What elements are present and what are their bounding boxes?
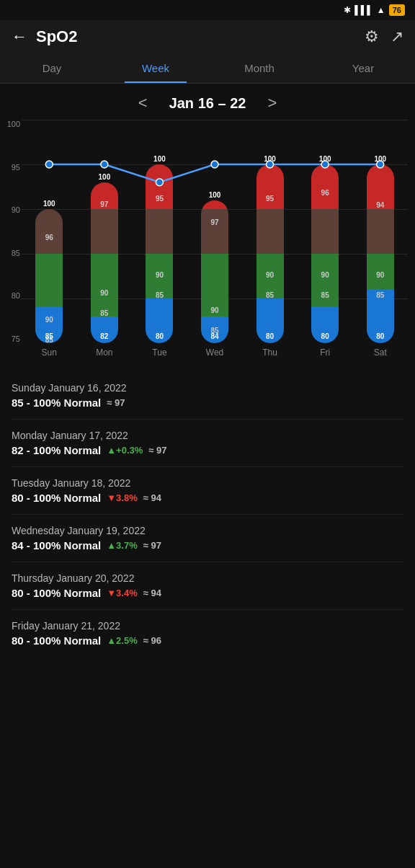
bar-col-wed: 10097908584 — [187, 191, 243, 343]
bar-col-thu: 10095908580 — [242, 155, 298, 343]
daily-avg: ≈ 97 — [143, 540, 161, 551]
daily-stats: 80 - 100% Normal▲2.5%≈ 96 — [12, 634, 403, 647]
chart-nav: < Jan 16 – 22 > — [0, 91, 415, 120]
daily-date: Monday January 17, 2022 — [12, 430, 403, 441]
page-title: SpO2 — [36, 27, 356, 46]
daily-entry: Thursday January 20, 202280 - 100% Norma… — [12, 562, 403, 610]
app-header: ← SpO2 ⚙ ↗ — [0, 20, 415, 53]
daily-range: 80 - 100% Normal — [12, 634, 101, 647]
x-axis-label: Thu — [242, 347, 298, 358]
daily-change: ▲2.5% — [107, 635, 138, 646]
daily-range: 84 - 100% Normal — [12, 539, 101, 552]
chart-range-title: Jan 16 – 22 — [169, 95, 246, 112]
bar-capsule — [35, 209, 63, 343]
daily-date: Friday January 21, 2022 — [12, 620, 403, 632]
daily-stats: 85 - 100% Normal≈ 97 — [12, 397, 403, 409]
daily-avg: ≈ 94 — [143, 492, 161, 503]
x-axis-label: Sat — [352, 347, 408, 358]
tab-day[interactable]: Day — [0, 53, 104, 83]
bar-col-mon: 10097908582 — [77, 173, 133, 343]
x-axis-label: Sun — [22, 347, 77, 358]
daily-avg: ≈ 97 — [148, 445, 166, 456]
status-icons: ✱ ▌▌▌ ▲ 76 — [344, 4, 405, 16]
daily-stats: 84 - 100% Normal▲3.7%≈ 97 — [12, 539, 403, 552]
daily-avg: ≈ 97 — [107, 397, 125, 408]
bluetooth-icon: ✱ — [344, 5, 351, 15]
bar-top-label: 100 — [374, 155, 386, 163]
daily-stats: 82 - 100% Normal▲+0.3%≈ 97 — [12, 444, 403, 456]
daily-entry: Monday January 17, 202282 - 100% Normal▲… — [12, 420, 403, 467]
daily-date: Tuesday January 18, 2022 — [12, 477, 403, 489]
back-button[interactable]: ← — [12, 27, 27, 46]
bar-col-fri: 10096908580 — [298, 155, 353, 343]
settings-button[interactable]: ⚙ — [365, 27, 379, 46]
bar-capsule — [256, 164, 284, 343]
daily-list: Sunday January 16, 202285 - 100% Normal≈… — [0, 365, 415, 671]
daily-stats: 80 - 100% Normal▼3.4%≈ 94 — [12, 587, 403, 599]
bar-capsule — [201, 200, 228, 343]
bar-col-sat: 10094908580 — [352, 155, 408, 343]
status-bar: ✱ ▌▌▌ ▲ 76 — [0, 0, 415, 20]
wifi-icon: ▲ — [377, 5, 385, 15]
daily-change: ▲3.7% — [107, 540, 138, 551]
tab-year[interactable]: Year — [311, 53, 415, 83]
x-axis-label: Mon — [77, 347, 133, 358]
x-axis: SunMonTueWedThuFriSat — [22, 345, 415, 358]
tab-month[interactable]: Month — [208, 53, 311, 83]
battery-indicator: 76 — [389, 4, 405, 16]
chart-prev-button[interactable]: < — [131, 94, 155, 112]
bar-col-sun: 10096908585 — [22, 200, 77, 343]
bar-top-label: 100 — [99, 173, 111, 181]
daily-avg: ≈ 94 — [143, 588, 161, 598]
header-actions: ⚙ ↗ — [365, 27, 403, 46]
tab-bar: Day Week Month Year — [0, 53, 415, 84]
daily-entry: Tuesday January 18, 202280 - 100% Normal… — [12, 467, 403, 515]
daily-range: 80 - 100% Normal — [12, 587, 101, 599]
daily-entry: Sunday January 16, 202285 - 100% Normal≈… — [12, 372, 403, 420]
daily-date: Sunday January 16, 2022 — [12, 382, 403, 394]
daily-stats: 80 - 100% Normal▼3.8%≈ 94 — [12, 492, 403, 504]
daily-date: Wednesday January 19, 2022 — [12, 525, 403, 536]
daily-entry: Wednesday January 19, 202284 - 100% Norm… — [12, 515, 403, 562]
chart-area: 100 95 90 85 80 75 100969085851009790858… — [22, 120, 415, 365]
bar-capsule — [146, 164, 173, 343]
bar-top-label: 100 — [43, 200, 55, 208]
bar-top-label: 100 — [319, 155, 331, 163]
chart-next-button[interactable]: > — [260, 94, 284, 112]
tab-week[interactable]: Week — [104, 53, 208, 83]
daily-change: ▼3.8% — [107, 492, 138, 503]
y-axis: 100 95 90 85 80 75 — [1, 120, 20, 343]
daily-avg: ≈ 96 — [143, 635, 161, 646]
daily-date: Thursday January 20, 2022 — [12, 572, 403, 584]
daily-range: 82 - 100% Normal — [12, 444, 101, 456]
bars-row: 1009690858510097908582100959085801009790… — [22, 120, 408, 343]
daily-entry: Friday January 21, 202280 - 100% Normal▲… — [12, 610, 403, 657]
daily-change: ▲+0.3% — [107, 445, 143, 456]
chart-inner: 1009690858510097908582100959085801009790… — [22, 120, 408, 343]
chart-section: < Jan 16 – 22 > 100 95 90 85 80 75 — [0, 84, 415, 365]
x-axis-label: Tue — [132, 347, 187, 358]
bar-top-label: 100 — [209, 191, 221, 199]
x-axis-label: Fri — [298, 347, 353, 358]
bar-capsule — [311, 164, 339, 343]
bar-col-tue: 10095908580 — [132, 155, 187, 343]
share-button[interactable]: ↗ — [391, 27, 403, 46]
x-axis-label: Wed — [187, 347, 243, 358]
daily-change: ▼3.4% — [107, 588, 138, 598]
bar-capsule — [367, 164, 394, 343]
bar-top-label: 100 — [264, 155, 276, 163]
bar-top-label: 100 — [153, 155, 166, 163]
bar-capsule — [91, 182, 118, 343]
daily-range: 85 - 100% Normal — [12, 397, 101, 409]
signal-icon: ▌▌▌ — [354, 5, 373, 15]
daily-range: 80 - 100% Normal — [12, 492, 101, 504]
